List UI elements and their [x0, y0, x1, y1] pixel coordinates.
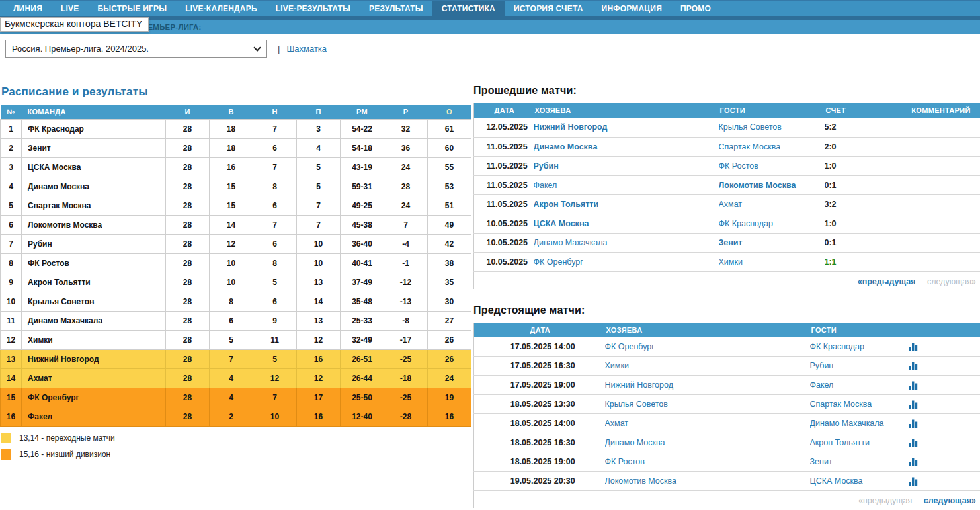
stat-cell: 4 [210, 368, 253, 388]
home-team-link[interactable]: Динамо Москва [605, 438, 665, 447]
away-team-link[interactable]: ФК Краснодар [810, 342, 864, 351]
home-team-link[interactable]: ФК Оренбург [605, 342, 655, 351]
bar-chart-icon[interactable] [903, 476, 980, 486]
stat-cell: 28 [166, 138, 210, 157]
home-team-cell: Химки [605, 357, 810, 376]
league-select[interactable]: Россия. Премьер-лига. 2024/2025. [5, 40, 267, 58]
away-team-link[interactable]: Спартак Москва [810, 400, 872, 409]
standings-column-header: Р [384, 105, 428, 119]
stat-cell: 19 [428, 388, 471, 407]
match-stats-cell [903, 472, 980, 491]
standings-row: 2Зенит28186454-183660 [1, 138, 471, 157]
home-team-cell: Крылья Советов [605, 395, 810, 414]
stat-cell: 28 [166, 215, 210, 234]
match-date: 10.05.2025 [474, 252, 534, 271]
home-team-link[interactable]: Акрон Тольятти [534, 200, 599, 209]
away-team-link[interactable]: Факел [810, 380, 834, 390]
nav-item[interactable]: LIVE-РЕЗУЛЬТАТЫ [266, 1, 360, 21]
stat-cell: 43-19 [341, 157, 384, 177]
home-team-link[interactable]: ЦСКА Москва [534, 219, 589, 228]
away-team-link[interactable]: Зенит [810, 457, 833, 466]
home-team-link[interactable]: Рубин [534, 161, 559, 171]
home-team-link[interactable]: Нижний Новгород [605, 380, 674, 390]
stat-cell: 60 [428, 138, 471, 157]
nav-item[interactable]: ПРОМО [671, 1, 720, 21]
bar-chart-icon[interactable] [903, 456, 980, 467]
bar-chart-icon[interactable] [903, 418, 980, 429]
home-team-link[interactable]: Локомотив Москва [605, 476, 676, 486]
nav-item[interactable]: ИНФОРМАЦИЯ [592, 1, 671, 21]
stat-cell: 5 [253, 273, 297, 292]
stat-cell: 53 [428, 177, 471, 196]
home-team-link[interactable]: Ахмат [605, 419, 629, 428]
match-date: 17.05.2025 19:00 [474, 376, 605, 395]
match-date: 18.05.2025 19:00 [474, 452, 605, 472]
standings-row: 7Рубин281261036-40-442 [1, 234, 471, 253]
past-matches-pager: «предыдущая следующая» [473, 272, 980, 289]
bar-chart-icon[interactable] [903, 380, 980, 390]
stat-cell: 54-22 [341, 119, 384, 138]
away-team-link[interactable]: ФК Ростов [719, 161, 758, 171]
upcoming-match-row: 17.05.2025 14:00ФК ОренбургФК Краснодар [474, 337, 980, 357]
upcoming-match-row: 19.05.2025 20:30Локомотив МоскваЦСКА Мос… [474, 472, 980, 491]
team-name-cell: Нижний Новгород [22, 349, 166, 368]
position-cell: 8 [1, 253, 22, 273]
home-team-link[interactable]: Нижний Новгород [534, 122, 608, 132]
upcoming-match-row: 18.05.2025 19:00ФК РостовЗенит [474, 452, 980, 472]
bar-chart-icon[interactable] [903, 341, 980, 352]
chevron-down-icon [253, 44, 261, 51]
match-date: 11.05.2025 [474, 194, 534, 214]
stat-cell: 11 [253, 330, 297, 349]
away-team-link[interactable]: ЦСКА Москва [810, 476, 863, 486]
nav-item[interactable]: LIVE-КАЛЕНДАРЬ [176, 1, 266, 21]
home-team-link[interactable]: ФК Ростов [605, 457, 645, 466]
away-team-link[interactable]: Зенит [719, 238, 743, 247]
nav-item[interactable]: ИСТОРИЯ СЧЕТА [505, 1, 592, 21]
home-team-link[interactable]: Крылья Советов [605, 400, 668, 409]
position-cell: 16 [1, 407, 22, 426]
stat-cell: 12 [297, 368, 341, 388]
home-team-link[interactable]: Факел [534, 181, 557, 190]
next-page-link[interactable]: следующая» [924, 496, 976, 505]
home-team-link[interactable]: Динамо Махачкала [534, 238, 608, 247]
stat-cell: 6 [253, 292, 297, 311]
away-team-link[interactable]: Крылья Советов [719, 122, 782, 132]
stat-cell: 32 [384, 119, 428, 138]
away-team-link[interactable]: Спартак Москва [719, 142, 781, 151]
away-team-link[interactable]: Ахмат [719, 200, 743, 209]
chess-table-link[interactable]: Шахматка [286, 44, 327, 54]
past-matches-column-header: КОММЕНТАРИЙ [901, 103, 980, 118]
home-team-cell: Факел [534, 175, 719, 194]
position-cell: 9 [1, 273, 22, 292]
home-team-link[interactable]: Химки [605, 361, 629, 370]
away-team-link[interactable]: ФК Краснодар [719, 219, 773, 228]
standings-column-header: РМ [341, 105, 384, 119]
position-cell: 12 [1, 330, 22, 349]
bar-chart-icon[interactable] [903, 437, 980, 448]
stat-cell: 35 [428, 273, 471, 292]
stat-cell: 28 [166, 234, 210, 253]
stat-cell: 26-51 [341, 349, 384, 368]
team-name-cell: Спартак Москва [22, 196, 166, 215]
bar-chart-icon[interactable] [903, 399, 980, 409]
stat-cell: 55 [428, 157, 471, 177]
nav-item[interactable]: РЕЗУЛЬТАТЫ [360, 1, 432, 21]
away-team-link[interactable]: Локомотив Москва [719, 181, 796, 190]
away-team-link[interactable]: Динамо Махачкала [810, 419, 884, 428]
bar-chart-icon[interactable] [903, 361, 980, 371]
away-team-link[interactable]: Акрон Тольятти [810, 438, 870, 447]
away-team-link[interactable]: Рубин [810, 361, 834, 370]
home-team-link[interactable]: Динамо Москва [534, 142, 598, 151]
match-score: 1:1 [825, 252, 901, 271]
nav-item[interactable]: СТАТИСТИКА [432, 1, 505, 21]
previous-page-link[interactable]: «предыдущая [858, 277, 916, 286]
standings-row: 6Локомотив Москва28147745-38749 [1, 215, 471, 234]
upcoming-matches-column-header: ДАТА [474, 323, 605, 337]
away-team-link[interactable]: Химки [719, 257, 743, 267]
past-matches-title: Прошедшие матчи: [473, 85, 980, 97]
standings-row: 5Спартак Москва28156749-252451 [1, 196, 471, 215]
legend-color-swatch [1, 433, 11, 443]
home-team-link[interactable]: ФК Оренбург [534, 257, 583, 267]
standings-section: Расписание и результаты №КОМАНДАИВНПРМРО… [0, 85, 471, 463]
stat-cell: 15 [210, 177, 253, 196]
